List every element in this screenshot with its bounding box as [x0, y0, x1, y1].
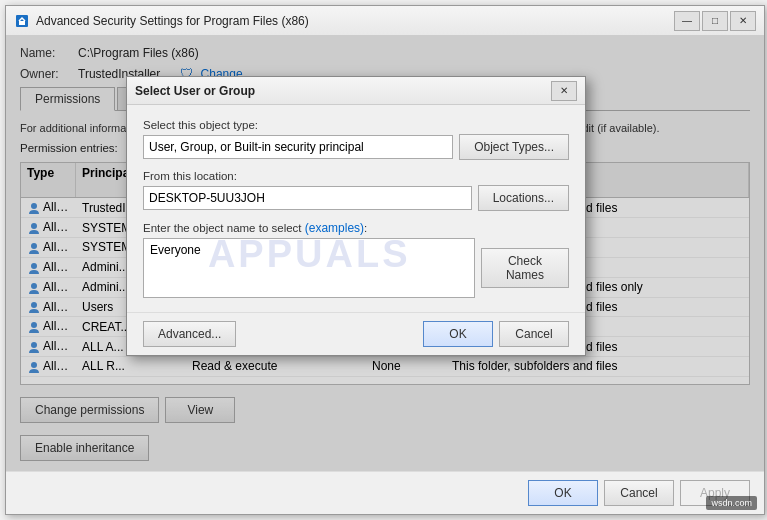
ok-button[interactable]: OK [528, 480, 598, 506]
object-type-row: Object Types... [143, 134, 569, 160]
select-user-dialog: Select User or Group ✕ Select this objec… [126, 76, 586, 356]
dialog-overlay: APPUALS Select User or Group ✕ Select th… [6, 36, 764, 471]
dialog-title: Select User or Group [135, 84, 255, 98]
dialog-body: Select this object type: Object Types...… [127, 105, 585, 312]
location-section: From this location: Locations... [143, 170, 569, 211]
object-name-input[interactable]: Everyone [143, 238, 475, 298]
minimize-button[interactable]: — [674, 11, 700, 31]
main-action-buttons: OK Cancel Apply [6, 471, 764, 514]
title-bar: Advanced Security Settings for Program F… [6, 6, 764, 36]
content-area: Name: C:\Program Files (x86) Owner: Trus… [6, 36, 764, 471]
locations-button[interactable]: Locations... [478, 185, 569, 211]
dialog-close-button[interactable]: ✕ [551, 81, 577, 101]
location-label: From this location: [143, 170, 569, 182]
location-row: Locations... [143, 185, 569, 211]
object-type-section: Select this object type: Object Types... [143, 119, 569, 160]
object-type-input[interactable] [143, 135, 453, 159]
dialog-ok-button[interactable]: OK [423, 321, 493, 347]
location-input[interactable] [143, 186, 472, 210]
examples-link[interactable]: (examples) [305, 221, 364, 235]
advanced-button[interactable]: Advanced... [143, 321, 236, 347]
dialog-title-bar: Select User or Group ✕ [127, 77, 585, 105]
object-type-label: Select this object type: [143, 119, 569, 131]
cancel-button[interactable]: Cancel [604, 480, 674, 506]
window-icon [14, 13, 30, 29]
wsdn-badge: wsdn.com [706, 496, 757, 510]
dialog-ok-cancel: OK Cancel [423, 321, 569, 347]
object-name-row: Everyone Check Names [143, 238, 569, 298]
dialog-cancel-button[interactable]: Cancel [499, 321, 569, 347]
maximize-button[interactable]: □ [702, 11, 728, 31]
svg-rect-1 [19, 21, 25, 25]
object-name-label: Enter the object name to select (example… [143, 221, 569, 235]
dialog-bottom: Advanced... OK Cancel [127, 312, 585, 355]
object-name-section: Enter the object name to select (example… [143, 221, 569, 298]
object-types-button[interactable]: Object Types... [459, 134, 569, 160]
check-names-button[interactable]: Check Names [481, 248, 569, 288]
title-bar-left: Advanced Security Settings for Program F… [14, 13, 309, 29]
close-button[interactable]: ✕ [730, 11, 756, 31]
main-window: Advanced Security Settings for Program F… [5, 5, 765, 515]
window-title: Advanced Security Settings for Program F… [36, 14, 309, 28]
title-bar-buttons: — □ ✕ [674, 11, 756, 31]
